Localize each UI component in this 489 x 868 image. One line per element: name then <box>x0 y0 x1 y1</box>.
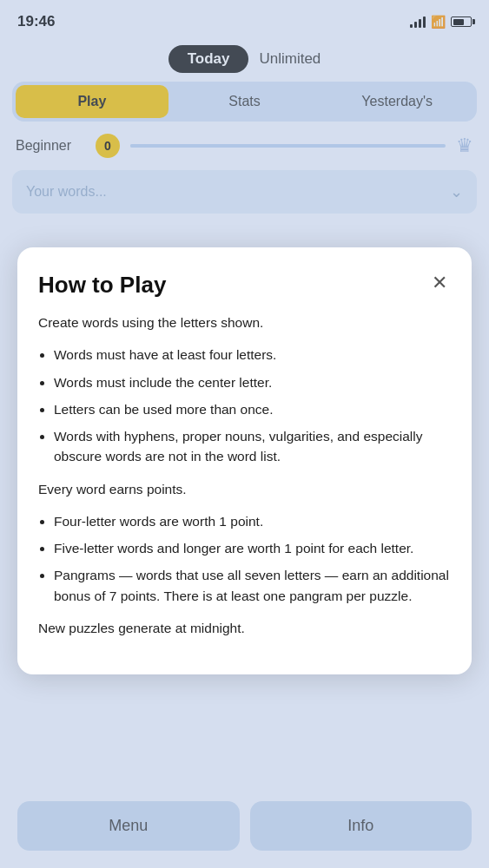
rule-1: Words must have at least four letters. <box>54 345 451 365</box>
points-rule-3: Pangrams — words that use all seven lett… <box>54 565 451 606</box>
modal-title: How to Play <box>38 272 166 299</box>
modal-body: Create words using the letters shown. Wo… <box>38 312 451 638</box>
how-to-play-modal: How to Play ✕ Create words using the let… <box>17 247 472 674</box>
modal-close-button[interactable]: ✕ <box>428 272 451 294</box>
points-rule-2: Five-letter words and longer are worth 1… <box>54 538 451 558</box>
modal-points-intro: Every word earns points. <box>38 479 451 499</box>
rule-4: Words with hyphens, proper nouns, vulgar… <box>54 426 451 467</box>
modal-footer: New puzzles generate at midnight. <box>38 618 451 638</box>
modal-header: How to Play ✕ <box>38 272 451 299</box>
rule-3: Letters can be used more than once. <box>54 399 451 419</box>
modal-rules-list: Words must have at least four letters. W… <box>54 345 451 466</box>
modal-intro: Create words using the letters shown. <box>38 312 451 332</box>
rule-2: Words must include the center letter. <box>54 372 451 392</box>
points-rule-1: Four-letter words are worth 1 point. <box>54 511 451 531</box>
modal-points-list: Four-letter words are worth 1 point. Fiv… <box>54 511 451 606</box>
